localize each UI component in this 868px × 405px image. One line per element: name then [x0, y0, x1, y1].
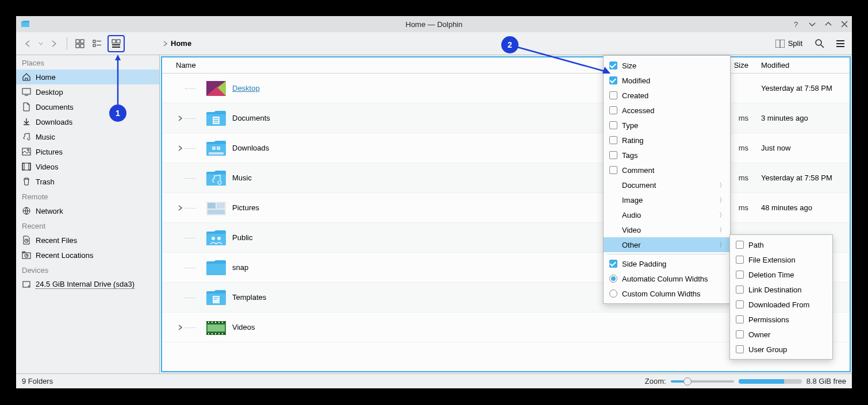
menu-item-other[interactable]: Other〉: [604, 237, 730, 252]
file-row[interactable]: Documentsms3 minutes ago: [162, 103, 850, 133]
menu-item-permissions[interactable]: Permissions: [730, 312, 832, 327]
svg-rect-46: [217, 203, 225, 209]
file-row[interactable]: DesktopYesterday at 7:58 PM: [162, 74, 850, 103]
menu-item-created[interactable]: Created: [604, 88, 730, 103]
sidebar-item-videos[interactable]: Videos: [16, 159, 159, 174]
menu-item-downloaded-from[interactable]: Downloaded From: [730, 297, 832, 312]
checkbox-icon: [609, 136, 617, 144]
file-row[interactable]: DownloadsmsJust now: [162, 133, 850, 163]
menu-item-deletion-time[interactable]: Deletion Time: [730, 267, 832, 282]
expand-toggle[interactable]: [162, 145, 185, 151]
checkbox-icon: [736, 286, 744, 294]
free-space: 8.8 GiB free: [806, 377, 846, 385]
expand-toggle[interactable]: [162, 115, 185, 121]
documents-icon: [22, 102, 31, 111]
menu-item-rating[interactable]: Rating: [604, 133, 730, 148]
split-icon: [775, 40, 785, 48]
svg-rect-12: [112, 44, 120, 45]
close-button[interactable]: [840, 20, 848, 28]
menu-item-tags[interactable]: Tags: [604, 148, 730, 163]
nav-back-menu[interactable]: [38, 37, 44, 51]
sidebar-item-pictures[interactable]: Pictures: [16, 144, 159, 159]
expand-toggle[interactable]: [162, 205, 185, 211]
view-details-button[interactable]: [107, 35, 125, 52]
submenu-arrow-icon: 〉: [719, 226, 725, 234]
view-compact-button[interactable]: [90, 37, 104, 51]
sidebar-item-documents[interactable]: Documents: [16, 99, 159, 114]
file-modified: 3 minutes ago: [758, 114, 850, 122]
submenu-arrow-icon: 〉: [719, 181, 725, 190]
expand-toggle[interactable]: [162, 325, 185, 330]
zoom-label: Zoom:: [645, 377, 666, 385]
menu-item-file-extension[interactable]: File Extension: [730, 252, 832, 267]
svg-rect-5: [80, 44, 84, 48]
file-row[interactable]: Picturesms48 minutes ago: [162, 193, 850, 223]
annotation-badge-1: 1: [109, 105, 126, 122]
sidebar-item-downloads[interactable]: Downloads: [16, 114, 159, 129]
menu-button[interactable]: [834, 37, 847, 51]
view-icons-button[interactable]: [73, 37, 87, 51]
menu-item-document[interactable]: Document〉: [604, 178, 730, 192]
menu-item-image[interactable]: Image〉: [604, 192, 730, 207]
menu-item-user-group[interactable]: User Group: [730, 342, 832, 357]
folder-icon: [205, 286, 228, 309]
svg-rect-4: [76, 44, 79, 48]
svg-line-17: [821, 45, 824, 48]
breadcrumb-home[interactable]: Home: [171, 39, 191, 48]
menu-item-comment[interactable]: Comment: [604, 163, 730, 178]
svg-rect-41: [209, 152, 224, 155]
svg-rect-38: [214, 118, 218, 119]
nav-forward-button[interactable]: [47, 37, 61, 51]
minimize-button[interactable]: [808, 20, 816, 28]
menu-item-type[interactable]: Type: [604, 118, 730, 133]
help-button[interactable]: ?: [792, 20, 800, 28]
maximize-button[interactable]: [824, 20, 832, 28]
svg-rect-55: [212, 322, 213, 323]
svg-rect-64: [208, 325, 225, 331]
svg-point-16: [816, 40, 821, 45]
nav-back-button[interactable]: [21, 37, 34, 51]
checkbox-icon: [736, 300, 744, 308]
menu-item-path[interactable]: Path: [730, 237, 832, 252]
svg-rect-7: [97, 41, 101, 41]
file-row[interactable]: MusicmsYesterday at 7:58 PM: [162, 163, 850, 193]
checkbox-icon: [609, 76, 617, 84]
search-button[interactable]: [813, 37, 827, 51]
menu-item-audio[interactable]: Audio〉: [604, 207, 730, 222]
checkbox-icon: [609, 260, 617, 268]
svg-rect-58: [222, 322, 223, 323]
menu-item-side-padding[interactable]: Side Padding: [604, 256, 730, 271]
sidebar-item-music[interactable]: Music: [16, 129, 159, 144]
menu-item-modified[interactable]: Modified: [604, 73, 730, 88]
split-button[interactable]: Split: [772, 37, 806, 50]
svg-point-24: [28, 149, 29, 151]
folder-icon: [205, 256, 228, 279]
menu-item-link-destination[interactable]: Link Destination: [730, 282, 832, 297]
column-modified[interactable]: Modified: [758, 61, 850, 70]
menu-item-accessed[interactable]: Accessed: [604, 103, 730, 118]
menu-item-owner[interactable]: Owner: [730, 327, 832, 342]
checkbox-icon: [609, 166, 617, 174]
file-modified: Yesterday at 7:58 PM: [758, 84, 850, 92]
menu-item-size[interactable]: Size: [604, 58, 730, 73]
trash-icon: [22, 177, 31, 186]
menu-item-automatic-column-widths[interactable]: Automatic Column Widths: [604, 271, 730, 286]
sidebar-item-24-5-gib-internal-drive-sda3-[interactable]: 24.5 GiB Internal Drive (sda3): [16, 277, 159, 292]
annotation-badge-2: 2: [501, 36, 519, 53]
svg-rect-25: [22, 163, 30, 170]
file-modified: Just now: [758, 144, 850, 152]
sidebar-item-trash[interactable]: Trash: [16, 174, 159, 189]
menu-item-custom-column-widths[interactable]: Custom Column Widths: [604, 286, 730, 301]
downloads-icon: [22, 117, 31, 126]
sidebar-item-recent-locations[interactable]: Recent Locations: [16, 248, 159, 263]
menu-item-video[interactable]: Video〉: [604, 222, 730, 237]
svg-rect-3: [80, 40, 84, 43]
svg-rect-21: [22, 88, 30, 94]
sidebar-item-recent-files[interactable]: Recent Files: [16, 233, 159, 248]
zoom-slider[interactable]: [671, 380, 734, 383]
sidebar-item-network[interactable]: Network: [16, 203, 159, 218]
remote-header: Remote: [16, 189, 159, 203]
network-icon: [22, 206, 31, 215]
sidebar-item-home[interactable]: Home: [16, 70, 159, 84]
sidebar-item-desktop[interactable]: Desktop: [16, 84, 159, 99]
